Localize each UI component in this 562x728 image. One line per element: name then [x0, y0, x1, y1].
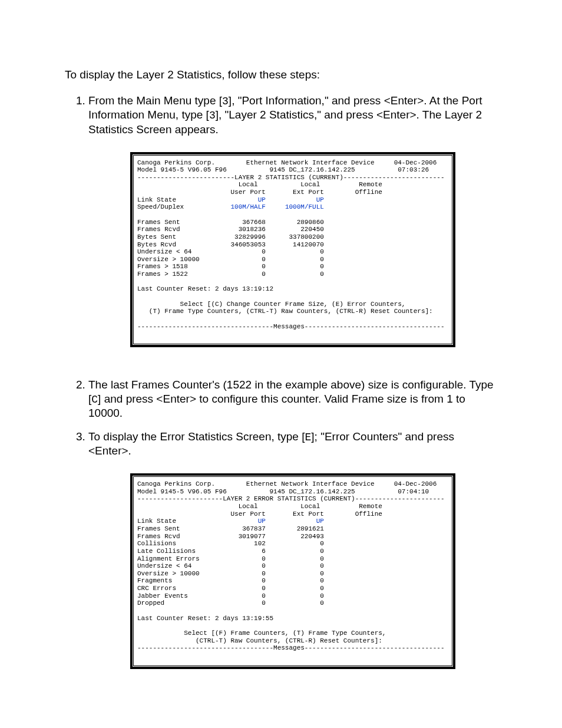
link-state-ext-port-1: UP	[316, 196, 324, 203]
document-page: To display the Layer 2 Statistics, follo…	[0, 0, 562, 728]
link-state-user-port-1: UP	[258, 196, 266, 203]
step-3-text-a: To display the Error Statistics Screen, …	[88, 430, 305, 443]
terminal-screenshot-1: Canoga Perkins Corp. Ethernet Network In…	[130, 152, 455, 347]
step-1-key-1: 3	[222, 95, 229, 107]
link-state-user-port-2: UP	[258, 518, 266, 525]
terminal-inner-2: Canoga Perkins Corp. Ethernet Network In…	[133, 476, 452, 666]
speed-duplex-user-port: 100M/HALF	[230, 203, 265, 210]
step-1: From the Main Menu type [3], "Port Infor…	[88, 94, 497, 368]
step-2: The last Frames Counter's (1522 in the e…	[88, 378, 497, 420]
terminal-text-2: Canoga Perkins Corp. Ethernet Network In…	[137, 480, 448, 659]
instruction-list: From the Main Menu type [3], "Port Infor…	[65, 94, 497, 669]
terminal-inner-1: Canoga Perkins Corp. Ethernet Network In…	[133, 155, 452, 344]
step-1-text-a: From the Main Menu type [	[88, 94, 222, 107]
step-3-key: E	[305, 431, 312, 443]
step-2-key: C	[91, 394, 98, 406]
step-3: To display the Error Statistics Screen, …	[88, 430, 497, 669]
link-state-ext-port-2: UP	[316, 518, 324, 525]
speed-duplex-ext-port: 1000M/FULL	[285, 203, 324, 210]
intro-paragraph: To display the Layer 2 Statistics, follo…	[65, 68, 497, 82]
step-1-key-2: 3	[209, 110, 216, 121]
terminal-text-1: Canoga Perkins Corp. Ethernet Network In…	[137, 159, 448, 338]
terminal-screenshot-2: Canoga Perkins Corp. Ethernet Network In…	[130, 473, 455, 668]
step-2-text-b: ] and press <Enter> to configure this co…	[88, 393, 465, 420]
